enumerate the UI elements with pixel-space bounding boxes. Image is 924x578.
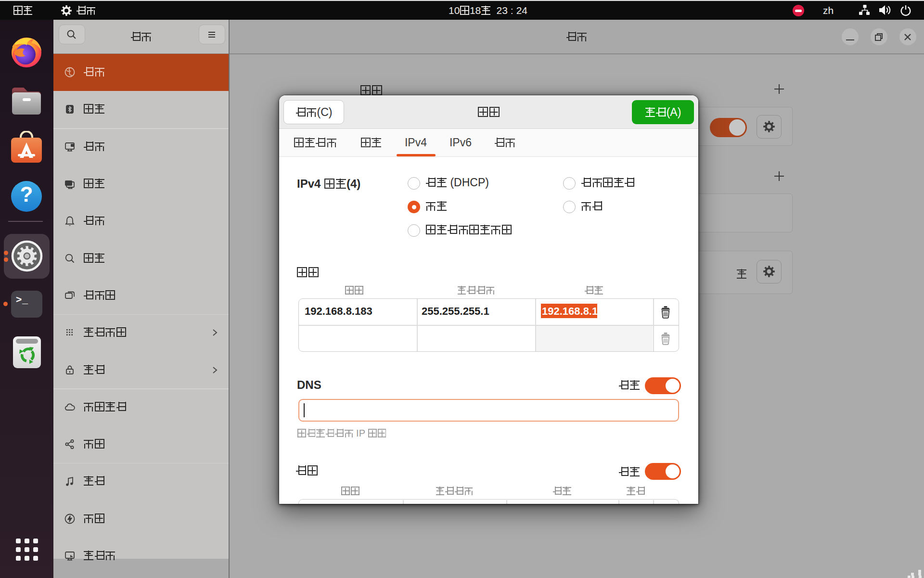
svg-text:?: ? — [20, 182, 33, 206]
